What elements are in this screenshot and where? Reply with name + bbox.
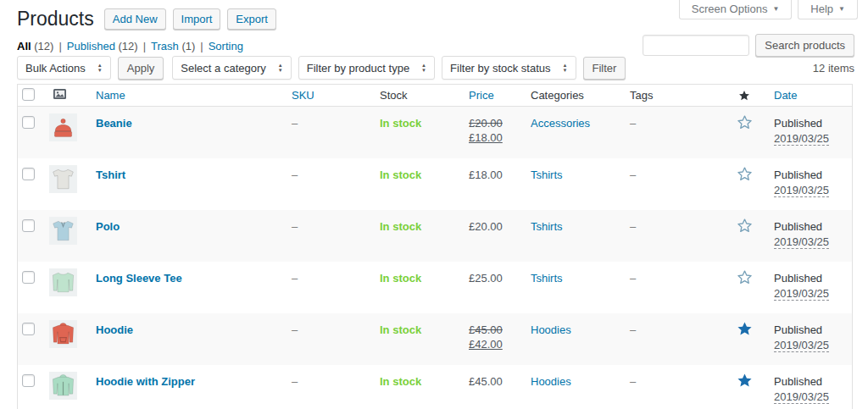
column-header-date[interactable]: Date [762, 89, 852, 102]
search-area: Search products [643, 34, 854, 57]
add-new-button[interactable]: Add New [104, 8, 166, 30]
featured-star-filled-icon[interactable] [737, 373, 753, 392]
export-button[interactable]: Export [227, 8, 276, 30]
tags-value: – [630, 272, 636, 285]
zip-hoodie-thumbnail[interactable] [49, 372, 77, 400]
sku-value: – [292, 272, 298, 285]
sku-value: – [292, 169, 298, 181]
row-checkbox[interactable] [22, 323, 35, 335]
category-link[interactable]: Hoodies [531, 375, 571, 388]
search-input[interactable] [643, 35, 749, 56]
price-value: £18.00 [469, 158, 531, 182]
category-filter-select[interactable]: Select a category [172, 56, 291, 80]
table-row: Hoodie with Zipper–In stock£45.00Hoodies… [18, 365, 852, 409]
date-cell: Published2019/03/25 [762, 107, 852, 146]
price-value: £20.00£18.00 [469, 107, 531, 145]
polo-thumbnail[interactable] [49, 217, 77, 245]
apply-button[interactable]: Apply [118, 57, 164, 80]
help-label: Help [810, 3, 833, 15]
select-all-checkbox[interactable] [22, 88, 35, 101]
stock-status-filter-select[interactable]: Filter by stock status [442, 56, 576, 80]
date-cell: Published2019/03/25 [762, 210, 852, 249]
category-link[interactable]: Tshirts [531, 169, 563, 181]
chevron-down-icon: ▼ [772, 6, 779, 13]
screen-options-button[interactable]: Screen Options ▼ [679, 0, 793, 19]
products-admin-page: Products Add New Import Export Screen Op… [0, 0, 868, 409]
featured-star-empty-icon[interactable] [737, 114, 753, 134]
separator: | [58, 40, 61, 53]
view-all-link[interactable]: All (12) [17, 40, 53, 53]
row-checkbox[interactable] [22, 271, 35, 284]
product-name-link[interactable]: Hoodie [96, 323, 133, 336]
view-published-link[interactable]: Published (12) [67, 40, 138, 53]
featured-star-filled-icon[interactable] [737, 321, 753, 340]
column-header-stock: Stock [380, 89, 469, 102]
long-sleeve-thumbnail[interactable] [49, 268, 77, 296]
sku-value: – [292, 323, 298, 336]
products-table: Name SKU Stock Price Categories Tags Dat… [17, 84, 853, 409]
tags-value: – [630, 375, 636, 388]
column-header-categories: Categories [531, 89, 630, 102]
view-trash-link[interactable]: Trash (1) [151, 40, 195, 53]
featured-star-empty-icon[interactable] [737, 218, 753, 237]
row-checkbox[interactable] [22, 116, 35, 129]
product-name-link[interactable]: Long Sleeve Tee [96, 272, 182, 285]
price-value: £45.00£42.00 [469, 313, 531, 351]
price-value: £45.00 [469, 365, 531, 389]
screen-meta-links: Screen Options ▼ Help ▼ [679, 0, 858, 19]
date-cell: Published2019/03/25 [762, 313, 852, 352]
product-name-link[interactable]: Hoodie with Zipper [96, 375, 195, 388]
column-header-tags: Tags [630, 89, 726, 102]
category-link[interactable]: Hoodies [531, 323, 571, 336]
chevron-down-icon: ▼ [838, 6, 845, 13]
table-toolbar: Bulk Actions Apply Select a category Fil… [17, 56, 854, 80]
column-header-name[interactable]: Name [96, 89, 292, 102]
column-header-price[interactable]: Price [469, 89, 531, 102]
featured-star-empty-icon[interactable] [737, 269, 753, 289]
category-link[interactable]: Tshirts [531, 220, 563, 233]
product-name-link[interactable]: Tshirt [96, 169, 125, 181]
import-button[interactable]: Import [173, 8, 221, 30]
stock-status: In stock [380, 169, 421, 181]
row-checkbox[interactable] [22, 374, 35, 387]
price-value: £25.00 [469, 262, 531, 285]
date-cell: Published2019/03/25 [762, 262, 852, 301]
beanie-thumbnail[interactable] [49, 113, 77, 141]
stock-status: In stock [380, 323, 421, 336]
product-name-link[interactable]: Polo [96, 220, 120, 233]
page-header: Products Add New Import Export [17, 7, 283, 31]
product-type-filter-select[interactable]: Filter by product type [298, 56, 435, 80]
row-checkbox[interactable] [22, 168, 35, 180]
table-body: Beanie–In stock£20.00£18.00Accessories–P… [18, 107, 852, 409]
column-header-featured [726, 90, 762, 102]
table-header-row: Name SKU Stock Price Categories Tags Dat… [18, 85, 852, 107]
tshirt-thumbnail[interactable] [49, 165, 77, 193]
stock-status: In stock [380, 375, 421, 388]
sku-value: – [292, 117, 298, 130]
table-row: Hoodie–In stock£45.00£42.00Hoodies–Publi… [18, 313, 852, 365]
row-checkbox[interactable] [22, 219, 35, 232]
table-row: Tshirt–In stock£18.00Tshirts–Published20… [18, 158, 852, 210]
hoodie-thumbnail[interactable] [49, 320, 77, 348]
featured-star-empty-icon[interactable] [737, 166, 753, 185]
date-cell: Published2019/03/25 [762, 158, 852, 197]
category-link[interactable]: Tshirts [531, 272, 563, 285]
tags-value: – [630, 323, 636, 336]
tags-value: – [630, 169, 636, 181]
search-products-button[interactable]: Search products [755, 34, 854, 57]
table-row: Polo–In stock£20.00Tshirts–Published2019… [18, 210, 852, 262]
table-row: Long Sleeve Tee–In stock£25.00Tshirts–Pu… [18, 262, 852, 313]
category-link[interactable]: Accessories [531, 117, 590, 130]
column-header-sku[interactable]: SKU [292, 89, 380, 102]
filter-button[interactable]: Filter [583, 57, 626, 80]
stock-status: In stock [380, 117, 421, 130]
view-sorting-link[interactable]: Sorting [209, 40, 243, 53]
select-caret-icon [278, 63, 283, 73]
product-name-link[interactable]: Beanie [96, 117, 132, 130]
sku-value: – [292, 375, 298, 388]
stock-status: In stock [380, 272, 421, 285]
select-caret-icon [563, 63, 568, 73]
separator: | [143, 40, 146, 53]
help-button[interactable]: Help ▼ [798, 0, 858, 19]
bulk-actions-select[interactable]: Bulk Actions [17, 56, 111, 80]
